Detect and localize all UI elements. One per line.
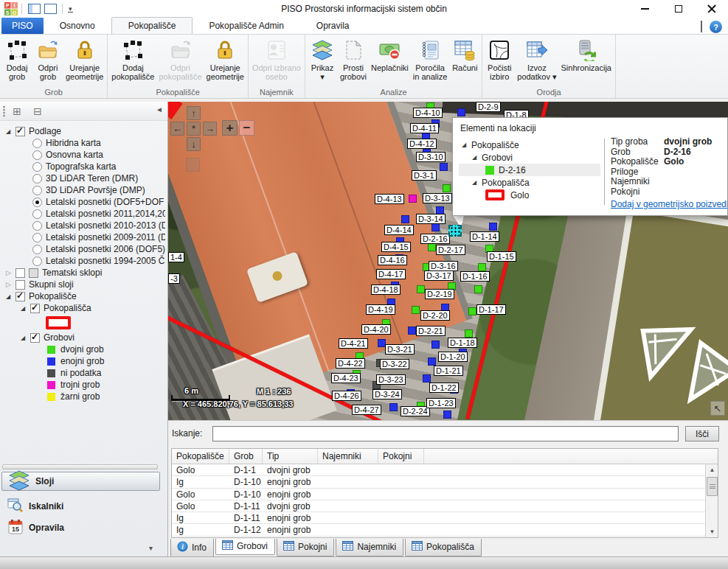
grave-label[interactable]: D-4-11 [410, 123, 439, 133]
grave-marker[interactable] [443, 184, 451, 192]
grave-label[interactable]: D-4-27 [352, 405, 381, 415]
grave-label[interactable]: D-1-21 [434, 366, 463, 376]
table-row[interactable]: IgD-1-11enojni grob [172, 512, 705, 524]
quick-access-dropdown-icon[interactable]: ▾ [68, 6, 73, 13]
grave-label[interactable]: D-1-18 [448, 338, 477, 348]
checkbox-unchecked[interactable] [15, 280, 25, 290]
grave-label[interactable]: D-4-23 [331, 373, 361, 383]
urejanje-geometrije-button[interactable]: Urejanjegeometrije [204, 36, 246, 81]
radio-unselected[interactable] [32, 256, 42, 266]
bottom-tab-najemniki[interactable]: Najemniki [336, 539, 403, 556]
drag-grip-icon[interactable] [3, 105, 5, 117]
grave-label[interactable]: D-4-26 [332, 391, 361, 401]
table-row[interactable]: GoloD-1-11dvojni grob [172, 500, 705, 512]
radio-unselected[interactable] [32, 162, 42, 172]
map-view[interactable]: D-2-9D-1-8D-4-10D-4-11D-4-12D-3-10D-3-1D… [168, 102, 728, 420]
popup-tree-row-pokopališča[interactable]: ◢Pokopališča [459, 176, 600, 189]
grave-marker[interactable] [401, 215, 409, 223]
radio-unselected[interactable] [32, 209, 42, 219]
dodaj-grob-button[interactable]: Dodajgrob [1, 36, 32, 81]
grave-label[interactable]: D-1-14 [470, 231, 499, 242]
panel-nav-iskalniki[interactable]: Iskalniki [1, 497, 160, 516]
grave-marker[interactable] [489, 223, 497, 231]
grave-label[interactable]: D-3-10 [416, 152, 446, 162]
table-row[interactable]: GoloD-1-10enojni grob [172, 489, 705, 500]
tab-pokopališče-admin[interactable]: Pokopališče Admin [193, 17, 299, 34]
window-blank-icon[interactable] [42, 2, 58, 15]
scroll-thumb[interactable] [707, 477, 718, 496]
selected-grave-marker[interactable] [448, 225, 462, 237]
grave-label[interactable]: D-4-12 [407, 139, 437, 149]
pan-left-button[interactable]: ← [170, 122, 184, 136]
grave-marker[interactable] [412, 306, 420, 314]
odpri-grob-button[interactable]: Odprigrob [32, 36, 63, 81]
grave-label[interactable]: D-2-19 [425, 289, 454, 299]
column-header-pokojni[interactable]: Pokojni [378, 449, 424, 464]
izvoz-podatkov-button[interactable]: Izvozpodatkov ▾ [515, 36, 558, 81]
grave-label[interactable]: D-4-13 [375, 194, 404, 204]
počisti-izbiro-button[interactable]: Počistiizbiro [484, 36, 515, 81]
zoom-in-button[interactable]: + [222, 120, 238, 136]
table-row[interactable]: IgD-1-10enojni grob [172, 476, 705, 488]
radio-unselected[interactable] [32, 150, 42, 160]
sinhronizacija-button[interactable]: Sinhronizacija [559, 36, 614, 72]
radio-unselected[interactable] [32, 186, 42, 195]
zoom-out-button[interactable]: − [239, 120, 254, 136]
grave-label[interactable]: D-4-20 [361, 324, 391, 335]
grave-marker[interactable] [408, 327, 416, 335]
expanded-arrow-icon[interactable]: ◢ [6, 293, 15, 300]
pan-down-button[interactable]: ↓ [187, 137, 201, 151]
collapsed-arrow-icon[interactable]: ▷ [6, 281, 15, 288]
search-input[interactable] [212, 426, 679, 441]
grave-label[interactable]: D-4-19 [366, 304, 395, 315]
column-header-tip[interactable]: Tip [263, 449, 318, 464]
checkbox-checked[interactable] [30, 304, 40, 313]
grave-marker[interactable] [428, 243, 436, 251]
grave-label[interactable]: D-4-21 [339, 338, 368, 349]
grave-marker[interactable] [431, 223, 440, 231]
bottom-tab-pokopališča[interactable]: Pokopališča [405, 539, 482, 556]
grave-label[interactable]: D-4-17 [376, 269, 406, 279]
prikaz-button[interactable]: Prikaz▾ [307, 36, 338, 81]
grave-marker[interactable] [478, 263, 486, 271]
grave-label[interactable]: D-3-13 [423, 193, 452, 203]
grave-label[interactable]: D-1-22 [429, 383, 459, 393]
checkbox-partial[interactable] [29, 268, 38, 278]
extent-button[interactable] [186, 158, 200, 172]
scroll-down-icon[interactable]: ▼ [707, 526, 718, 537]
radio-unselected[interactable] [32, 174, 42, 184]
radio-unselected[interactable] [32, 221, 42, 231]
tab-piso[interactable]: PISO [1, 18, 44, 34]
expanded-arrow-icon[interactable]: ◢ [472, 179, 482, 186]
grave-marker[interactable] [409, 195, 417, 203]
panel-more-icon[interactable]: ▾ [149, 544, 153, 552]
checkbox-unchecked[interactable] [15, 268, 25, 278]
grave-marker[interactable] [428, 357, 436, 366]
scroll-up-icon[interactable]: ▲ [707, 464, 718, 475]
minimize-button[interactable] [628, 0, 662, 18]
close-button[interactable] [695, 0, 728, 18]
grave-label[interactable]: D-3-22 [380, 359, 409, 369]
grave-marker[interactable] [389, 403, 398, 411]
expanded-arrow-icon[interactable]: ◢ [462, 142, 471, 148]
grave-marker[interactable] [423, 374, 431, 383]
grave-label[interactable]: D-3-16 [429, 261, 458, 271]
grave-label[interactable]: D-4-16 [378, 255, 407, 265]
checkbox-checked[interactable] [15, 127, 25, 136]
expanded-arrow-icon[interactable]: ◢ [472, 154, 482, 161]
popup-tree-row-golo[interactable]: Golo [459, 189, 600, 201]
grave-marker[interactable] [440, 163, 448, 171]
grave-marker[interactable] [417, 285, 425, 293]
tab-osnovno[interactable]: Osnovno [44, 17, 111, 34]
dodaj-pokopališče-button[interactable]: Dodajpokopališče [109, 36, 156, 81]
grave-label[interactable]: 1-4 [168, 252, 184, 262]
urejanje-geometrije-button[interactable]: Urejanjegeometrije [63, 36, 105, 81]
grave-label[interactable]: D-2-21 [416, 326, 446, 336]
panel-collapse-icon[interactable]: ◄ [156, 105, 163, 114]
grave-label[interactable]: -3 [168, 273, 180, 284]
popup-tree-row-d-2-16[interactable]: D-2-16 [459, 164, 600, 176]
radio-unselected[interactable] [32, 233, 42, 242]
grave-label[interactable]: D-1-17 [476, 304, 506, 315]
checkbox-checked[interactable] [30, 333, 40, 343]
popup-tree-row-grobovi[interactable]: ◢Grobovi [459, 151, 600, 164]
